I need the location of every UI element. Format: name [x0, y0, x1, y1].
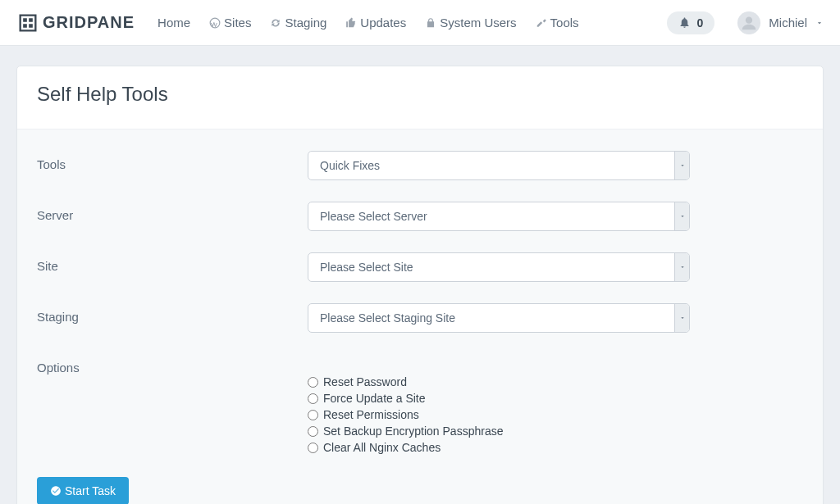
radio-backup-passphrase[interactable] — [308, 426, 318, 437]
row-options: Options Reset Password Force Update a Si… — [37, 354, 803, 457]
option-backup-passphrase[interactable]: Set Backup Encryption Passphrase — [308, 425, 690, 438]
chevron-down-icon — [815, 19, 824, 27]
thumbs-up-icon — [345, 17, 357, 29]
radio-force-update[interactable] — [308, 393, 318, 404]
radio-reset-password[interactable] — [308, 377, 318, 388]
row-tools: Tools Quick Fixes — [37, 151, 803, 180]
nav-system-users[interactable]: System Users — [417, 9, 524, 36]
label-staging: Staging — [37, 303, 308, 324]
options-list: Reset Password Force Update a Site Reset… — [308, 354, 690, 454]
card-header: Self Help Tools — [17, 66, 823, 129]
chevron-down-icon — [674, 202, 689, 230]
option-clear-nginx[interactable]: Clear All Nginx Caches — [308, 441, 690, 454]
notifications-count: 0 — [697, 16, 704, 30]
svg-point-1 — [746, 16, 752, 23]
row-site: Site Please Select Site — [37, 252, 803, 282]
grid-icon — [16, 11, 39, 34]
card-body: Tools Quick Fixes Server Please Select S… — [17, 129, 823, 504]
nav-home[interactable]: Home — [149, 9, 199, 36]
option-reset-password[interactable]: Reset Password — [308, 375, 690, 388]
label-server: Server — [37, 202, 308, 222]
user-name: Michiel — [769, 16, 807, 30]
chevron-down-icon — [674, 253, 689, 281]
row-staging: Staging Please Select Staging Site — [37, 303, 803, 333]
row-server: Server Please Select Server — [37, 202, 803, 231]
sync-icon — [270, 17, 281, 29]
nav-tools[interactable]: Tools — [527, 9, 587, 36]
check-circle-icon — [50, 485, 62, 497]
nav-staging[interactable]: Staging — [262, 9, 335, 36]
select-site-value: Please Select Site — [308, 261, 425, 274]
self-help-card: Self Help Tools Tools Quick Fixes Server… — [16, 66, 824, 504]
notifications-button[interactable]: 0 — [667, 11, 715, 34]
select-staging-value: Please Select Staging Site — [308, 311, 467, 325]
nav-sites[interactable]: Sites — [201, 9, 259, 36]
start-task-text: Start Task — [65, 484, 116, 497]
chevron-down-icon — [674, 152, 689, 179]
user-menu[interactable]: Michiel — [737, 11, 824, 34]
start-task-button[interactable]: Start Task — [37, 477, 129, 504]
top-navbar: GRIDPANE Home Sites Staging Updates Syst… — [0, 0, 840, 46]
nav-updates[interactable]: Updates — [337, 9, 414, 36]
label-options: Options — [37, 354, 308, 375]
avatar — [737, 11, 760, 34]
brand-text: GRIDPANE — [43, 13, 135, 32]
chevron-down-icon — [674, 304, 689, 332]
user-icon — [741, 15, 757, 31]
option-reset-permissions[interactable]: Reset Permissions — [308, 408, 690, 421]
select-tools[interactable]: Quick Fixes — [308, 151, 690, 180]
wordpress-icon — [209, 17, 221, 29]
option-force-update[interactable]: Force Update a Site — [308, 392, 690, 405]
radio-clear-nginx[interactable] — [308, 443, 318, 453]
page-container: Self Help Tools Tools Quick Fixes Server… — [0, 46, 840, 504]
lock-icon — [425, 17, 436, 29]
select-server[interactable]: Please Select Server — [308, 202, 690, 231]
select-server-value: Please Select Server — [308, 210, 439, 223]
nav-right: 0 Michiel — [667, 11, 824, 34]
label-tools: Tools — [37, 151, 308, 171]
page-title: Self Help Tools — [37, 83, 803, 106]
wrench-icon — [536, 17, 547, 29]
select-tools-value: Quick Fixes — [308, 159, 391, 172]
label-site: Site — [37, 252, 308, 273]
nav-links: Home Sites Staging Updates System Users … — [149, 9, 587, 36]
select-site[interactable]: Please Select Site — [308, 252, 690, 282]
bell-icon — [678, 16, 691, 29]
select-staging[interactable]: Please Select Staging Site — [308, 303, 690, 333]
radio-reset-permissions[interactable] — [308, 410, 318, 420]
brand-logo[interactable]: GRIDPANE — [16, 11, 135, 34]
